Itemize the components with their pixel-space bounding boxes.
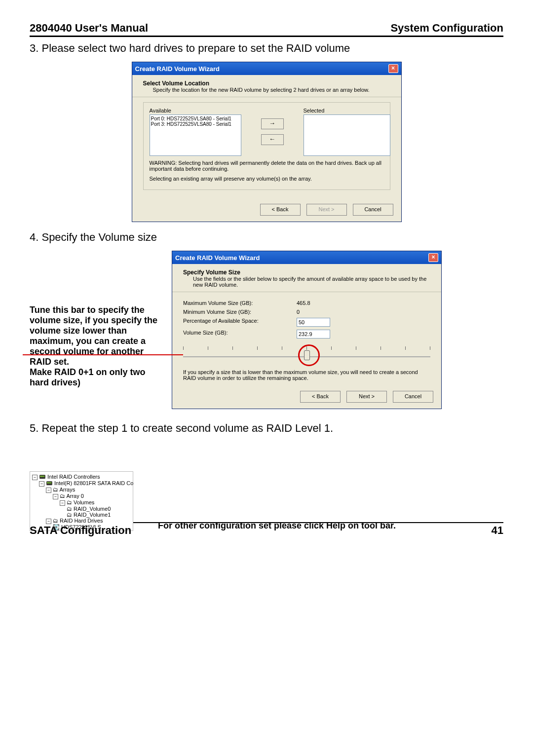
footer-right: 41 (492, 524, 503, 537)
back-button[interactable]: < Back (260, 204, 301, 216)
drive-group: Available Port 0: HDS722525VLSA80 - Seri… (143, 102, 390, 190)
dialog1-title: Create RAID Volume Wizard (135, 65, 220, 73)
step5-text: 5. Repeat the step 1 to create second vo… (30, 422, 503, 435)
step3-text: 3. Please select two hard drives to prep… (30, 42, 503, 55)
titlebar: Create RAID Volume Wizard × (132, 62, 401, 75)
raid-tree[interactable]: −📟 Intel RAID Controllers −📟 Intel(R) 82… (30, 471, 133, 531)
drive-item[interactable]: Port 0: HDS722525VLSA80 - Serial1 (151, 116, 240, 121)
cancel-button[interactable]: Cancel (353, 204, 393, 216)
back-button[interactable]: < Back (300, 391, 341, 403)
available-label: Available (150, 108, 241, 113)
next-button[interactable]: Next > (306, 204, 347, 216)
dialog2-header: Specify Volume Size Use the fields or th… (172, 264, 441, 292)
step4-text: 4. Specify the Volume size (30, 231, 503, 244)
move-right-button[interactable]: → (261, 118, 284, 129)
dialog1-header: Select Volume Location Specify the locat… (132, 75, 401, 97)
max-label: Maximum Volume Size (GB): (183, 300, 297, 306)
page-header: 2804040 User's Manual System Configurati… (30, 22, 503, 37)
side-note: Tune this bar to specify the volume size… (30, 305, 172, 388)
dialog1-head-desc: Specify the location for the new RAID vo… (143, 87, 390, 93)
titlebar2: Create RAID Volume Wizard × (172, 251, 441, 264)
tree-item: −📟 Intel RAID Controllers (32, 474, 131, 480)
available-list[interactable]: Port 0: HDS722525VLSA80 - Serial1 Port 3… (150, 114, 241, 156)
warning-text: WARNING: Selecting hard drives will perm… (150, 160, 384, 172)
header-right: System Configuration (390, 22, 503, 35)
tree-item: 🗂 RAID_Volume0 (32, 506, 131, 512)
tree-item: −📟 Intel(R) 82801FR SATA RAID Co (32, 480, 131, 487)
pct-input[interactable] (297, 318, 330, 327)
dialog-select-location: Create RAID Volume Wizard × Select Volum… (132, 62, 402, 222)
size-slider[interactable] (183, 347, 430, 365)
tree-item: −🗂 RAID Hard Drives (32, 518, 131, 524)
min-value: 0 (297, 309, 300, 315)
dialog1-head-title: Select Volume Location (143, 80, 209, 87)
max-value: 465.8 (297, 300, 310, 306)
footer-help-note: For other configuration set please click… (158, 521, 503, 531)
tree-item: −🗂 Volumes (32, 499, 131, 506)
selected-list[interactable] (304, 114, 390, 156)
array-note: Selecting an existing array will preserv… (150, 176, 384, 182)
vol-label: Volume Size (GB): (183, 330, 297, 339)
selected-label: Selected (304, 108, 390, 113)
tree-item: −🗂 Array 0 (32, 493, 131, 499)
dialog-volume-size: Create RAID Volume Wizard × Specify Volu… (172, 251, 442, 409)
next-button[interactable]: Next > (346, 391, 387, 403)
drive-item[interactable]: Port 3: HDS722525VLSA80 - Serial1 (151, 121, 240, 127)
close-icon[interactable]: × (388, 64, 398, 73)
dialog2-title: Create RAID Volume Wizard (175, 254, 260, 262)
dialog2-head-title: Specify Volume Size (183, 269, 240, 276)
vol-input[interactable] (297, 330, 330, 339)
cancel-button[interactable]: Cancel (393, 391, 433, 403)
slider-thumb[interactable] (304, 350, 310, 360)
callout-line (23, 354, 183, 355)
min-label: Minimum Volume Size (GB): (183, 309, 297, 315)
dialog2-head-desc: Use the fields or the slider below to sp… (183, 276, 430, 288)
footer-left: SATA Configuration (30, 524, 131, 537)
tree-item: 🗂 RAID_Volume1 (32, 512, 131, 518)
move-left-button[interactable]: ← (261, 134, 284, 145)
size-note: If you specify a size that is lower than… (183, 369, 430, 381)
tree-item: −🗂 Arrays (32, 487, 131, 493)
pct-label: Percentage of Available Space: (183, 318, 297, 327)
header-left: 2804040 User's Manual (30, 22, 148, 35)
close-icon[interactable]: × (428, 253, 438, 262)
